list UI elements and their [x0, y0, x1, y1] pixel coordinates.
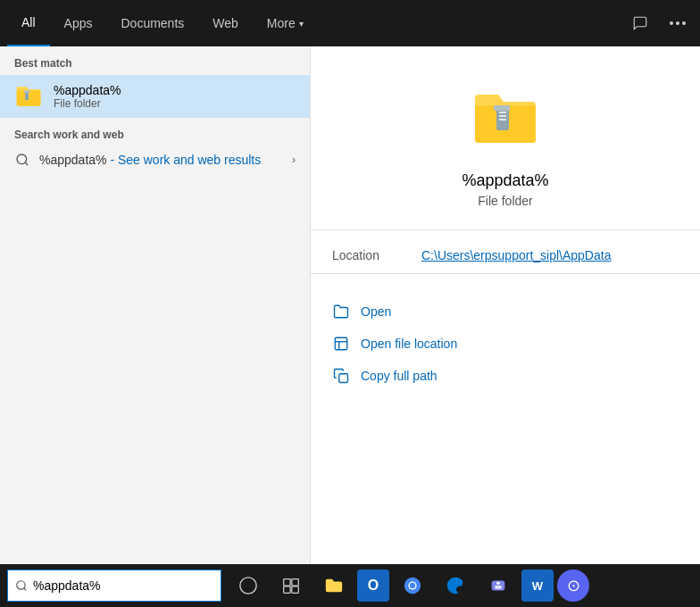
action-open[interactable]: Open — [332, 295, 679, 328]
svg-line-15 — [24, 588, 27, 591]
action-open-label: Open — [361, 304, 391, 319]
best-match-label: Best match — [0, 46, 310, 75]
discord-button[interactable]: ⊙ — [557, 570, 589, 602]
svg-point-16 — [240, 578, 256, 594]
svg-rect-19 — [284, 586, 291, 594]
search-web-item[interactable]: %appdata% - See work and web results › — [14, 146, 296, 173]
word-icon: W — [532, 579, 543, 593]
task-view-icon — [282, 577, 300, 595]
svg-point-25 — [496, 581, 500, 585]
location-label: Location — [332, 248, 421, 262]
top-nav: All Apps Documents Web More ▾ — [0, 0, 700, 46]
svg-point-2 — [682, 21, 686, 25]
svg-point-0 — [670, 21, 673, 25]
taskbar: O W ⊙ — [0, 564, 700, 607]
svg-rect-18 — [292, 579, 299, 586]
svg-rect-8 — [494, 105, 510, 111]
result-subtype: File folder — [54, 97, 121, 110]
nav-tab-documents[interactable]: Documents — [106, 0, 198, 46]
discord-icon: ⊙ — [567, 576, 580, 595]
svg-point-23 — [410, 583, 415, 588]
cortana-button[interactable] — [229, 566, 268, 605]
svg-rect-20 — [292, 586, 299, 594]
result-name: %appdata% — [54, 83, 121, 97]
right-panel: %appdata% File folder Location C:\Users\… — [310, 46, 700, 589]
teams-button[interactable] — [479, 566, 518, 605]
file-explorer-button[interactable] — [314, 566, 354, 605]
detail-divider — [311, 229, 700, 230]
action-copy-full-path-label: Copy full path — [361, 369, 438, 383]
feedback-icon — [632, 15, 648, 31]
word-button[interactable]: W — [521, 570, 554, 602]
svg-rect-13 — [339, 374, 348, 383]
result-item-appdata[interactable]: %appdata% File folder — [0, 75, 310, 118]
feedback-button[interactable] — [625, 12, 655, 35]
nav-tab-apps[interactable]: Apps — [50, 0, 107, 46]
edge-button[interactable] — [436, 566, 475, 605]
taskbar-search-box[interactable] — [7, 570, 221, 602]
action-list: Open Open file location — [311, 288, 700, 399]
detail-folder-icon — [470, 82, 541, 157]
taskbar-icons: O W ⊙ — [229, 566, 589, 605]
cortana-icon — [238, 576, 258, 595]
chevron-right-icon: › — [292, 154, 296, 166]
task-view-button[interactable] — [271, 566, 311, 605]
open-file-location-icon — [332, 335, 350, 353]
nav-tab-more[interactable]: More ▾ — [253, 0, 318, 46]
left-panel: Best match %appdata% File folder Search … — [0, 46, 310, 589]
more-dropdown-arrow: ▾ — [299, 19, 304, 29]
svg-rect-4 — [24, 90, 30, 93]
svg-rect-26 — [495, 586, 501, 589]
outlook-button[interactable]: O — [357, 570, 389, 602]
chrome-icon — [403, 576, 422, 595]
main-content: Best match %appdata% File folder Search … — [0, 46, 700, 589]
teams-icon — [488, 576, 508, 595]
svg-rect-17 — [284, 579, 291, 586]
chrome-button[interactable] — [393, 566, 432, 605]
nav-tab-web[interactable]: Web — [198, 0, 253, 46]
ellipsis-icon — [670, 21, 686, 25]
action-copy-full-path[interactable]: Copy full path — [332, 360, 679, 392]
nav-tab-all[interactable]: All — [7, 0, 50, 46]
svg-point-14 — [17, 581, 25, 589]
result-text: %appdata% File folder — [54, 83, 121, 110]
detail-name: %appdata% — [462, 171, 548, 190]
file-explorer-icon — [324, 576, 344, 595]
location-row: Location C:\Users\erpsupport_sipl\AppDat… — [311, 245, 700, 266]
detail-divider-2 — [311, 273, 700, 274]
outlook-icon: O — [368, 578, 379, 594]
taskbar-search-input[interactable] — [33, 578, 213, 593]
search-web-search-icon — [14, 152, 30, 168]
search-web-item-text: %appdata% - See work and web results — [39, 153, 261, 167]
search-web-label: Search work and web — [14, 129, 296, 141]
ellipsis-button[interactable] — [662, 12, 693, 35]
svg-line-6 — [25, 162, 28, 165]
taskbar-search-icon — [15, 579, 28, 592]
svg-point-5 — [17, 154, 27, 164]
location-value[interactable]: C:\Users\erpsupport_sipl\AppData — [421, 248, 611, 262]
action-open-file-location[interactable]: Open file location — [332, 328, 679, 360]
detail-type: File folder — [478, 194, 532, 208]
svg-rect-3 — [25, 92, 29, 100]
open-folder-icon — [332, 303, 350, 320]
action-open-file-location-label: Open file location — [361, 337, 457, 351]
search-web-section: Search work and web %appdata% - See work… — [0, 118, 310, 179]
copy-icon — [332, 367, 350, 385]
svg-rect-12 — [335, 337, 347, 350]
edge-icon — [446, 576, 465, 595]
svg-point-1 — [676, 21, 679, 25]
nav-right-icons — [625, 12, 693, 35]
folder-icon-small — [14, 82, 43, 111]
